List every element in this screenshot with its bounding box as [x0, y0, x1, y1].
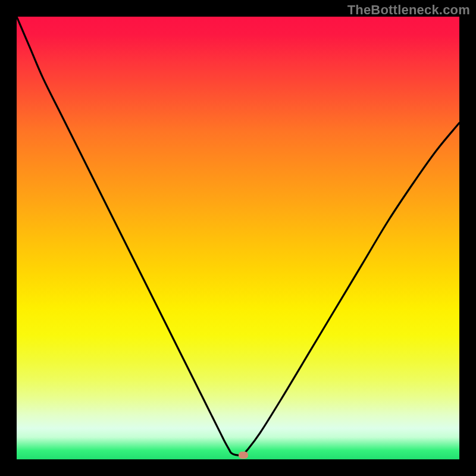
- plot-area: [17, 17, 459, 459]
- watermark-text: TheBottleneck.com: [347, 2, 470, 18]
- optimal-point-marker: [239, 452, 248, 459]
- chart-frame: TheBottleneck.com: [0, 0, 476, 476]
- bottleneck-curve: [17, 17, 459, 459]
